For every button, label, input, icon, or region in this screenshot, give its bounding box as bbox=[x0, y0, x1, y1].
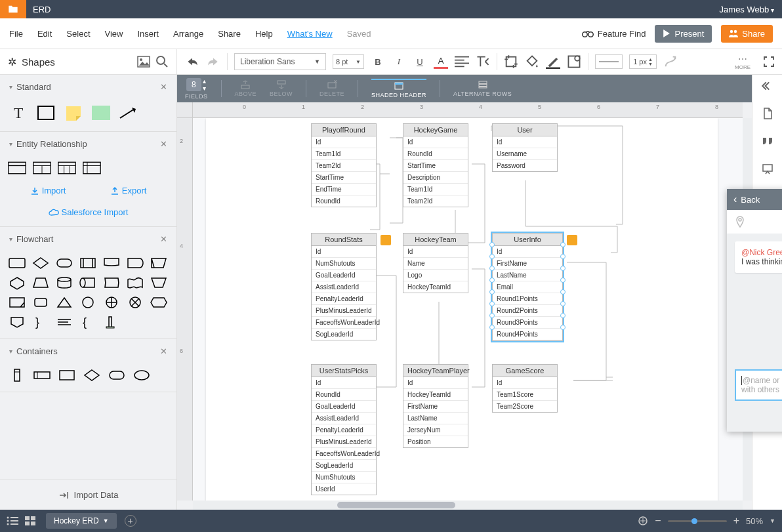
flowchart-shape[interactable] bbox=[31, 295, 50, 310]
crop-icon[interactable] bbox=[504, 54, 518, 69]
add-below-button[interactable]: BELOW bbox=[270, 80, 293, 97]
menu-select[interactable]: Select bbox=[66, 29, 90, 39]
flowchart-shape[interactable] bbox=[55, 315, 73, 329]
entity-userstatspicks[interactable]: UserStatsPicks Id RoundId GoalLeaderId A… bbox=[311, 364, 377, 495]
menu-whats-new[interactable]: What's New bbox=[287, 29, 333, 39]
shaded-header-button[interactable]: SHADED HEADER bbox=[371, 79, 426, 98]
zoom-out-button[interactable]: − bbox=[655, 515, 661, 527]
connector-icon[interactable] bbox=[663, 54, 678, 69]
arrow-shape[interactable] bbox=[118, 104, 139, 122]
page-icon[interactable] bbox=[762, 108, 773, 119]
zoom-fit-icon[interactable] bbox=[638, 516, 648, 526]
close-icon[interactable]: ✕ bbox=[160, 234, 167, 244]
entity-hockeyteam[interactable]: HockeyTeam Id Name Logo HockeyTeamId bbox=[403, 233, 468, 293]
presentation-icon[interactable] bbox=[762, 163, 773, 174]
er-shape-4[interactable] bbox=[83, 161, 101, 175]
line-width-select[interactable]: 1 px▲▼ bbox=[629, 54, 657, 69]
container-shape[interactable] bbox=[83, 368, 101, 382]
export-link[interactable]: Export bbox=[110, 186, 147, 195]
underline-button[interactable]: U bbox=[413, 54, 427, 69]
block-shape[interactable] bbox=[91, 104, 112, 122]
italic-button[interactable]: I bbox=[392, 54, 406, 69]
flowchart-shape[interactable] bbox=[8, 256, 26, 270]
container-shape[interactable] bbox=[133, 368, 151, 382]
add-above-button[interactable]: ABOVE bbox=[235, 80, 257, 97]
comment-marker[interactable] bbox=[381, 235, 391, 245]
flowchart-shape[interactable] bbox=[79, 276, 97, 290]
list-view-icon[interactable] bbox=[7, 516, 18, 525]
share-button[interactable]: Share bbox=[721, 25, 773, 43]
fill-icon[interactable] bbox=[525, 54, 539, 69]
er-shape-1[interactable] bbox=[8, 161, 26, 175]
flowchart-shape[interactable] bbox=[102, 295, 121, 310]
page-tab[interactable]: Hockey ERD▼ bbox=[46, 513, 117, 529]
import-link[interactable]: Import bbox=[30, 186, 66, 195]
align-icon[interactable] bbox=[455, 54, 469, 69]
more-button[interactable]: ⋯MORE bbox=[735, 54, 751, 70]
text-style-icon[interactable] bbox=[476, 54, 490, 69]
undo-icon[interactable] bbox=[185, 54, 199, 69]
rect-shape[interactable] bbox=[35, 104, 56, 122]
entity-roundstats[interactable]: RoundStats Id NumShutouts GoalLeaderId A… bbox=[311, 233, 377, 340]
menu-edit[interactable]: Edit bbox=[37, 29, 52, 39]
scrollbar-thumb[interactable] bbox=[337, 502, 455, 508]
text-color-button[interactable]: A bbox=[434, 54, 448, 69]
document-title[interactable]: ERD bbox=[33, 5, 720, 14]
flowchart-shape[interactable] bbox=[55, 295, 73, 310]
menu-help[interactable]: Help bbox=[255, 29, 273, 39]
flowchart-shape[interactable] bbox=[126, 256, 144, 270]
category-entity-relationship[interactable]: Entity Relationship✕ bbox=[0, 132, 176, 155]
fields-count[interactable]: 8 bbox=[186, 78, 201, 91]
flowchart-shape[interactable] bbox=[150, 256, 168, 270]
flowchart-shape[interactable]: } bbox=[31, 315, 50, 329]
flowchart-shape[interactable] bbox=[55, 276, 73, 290]
folder-icon[interactable] bbox=[0, 0, 26, 18]
category-containers[interactable]: Containers✕ bbox=[0, 339, 176, 363]
grid-view-icon[interactable] bbox=[25, 516, 35, 525]
close-icon[interactable]: ✕ bbox=[160, 82, 167, 92]
flowchart-shape[interactable] bbox=[102, 276, 121, 290]
font-size-select[interactable]: 8 pt▼ bbox=[333, 54, 364, 69]
menu-share[interactable]: Share bbox=[218, 29, 241, 39]
delete-button[interactable]: ✕DELETE bbox=[319, 80, 344, 97]
border-color-icon[interactable] bbox=[546, 54, 560, 69]
bold-button[interactable]: B bbox=[371, 54, 385, 69]
zoom-level[interactable]: 50% bbox=[746, 516, 763, 526]
flowchart-shape[interactable] bbox=[8, 276, 26, 290]
flowchart-shape[interactable]: { bbox=[79, 315, 97, 329]
salesforce-import-link[interactable]: Salesforce Import bbox=[8, 207, 169, 217]
entity-hockeygame[interactable]: HockeyGame Id RoundId StartTime Descript… bbox=[403, 123, 468, 207]
entity-user[interactable]: User Id Username Password bbox=[492, 123, 558, 172]
image-icon[interactable] bbox=[137, 56, 150, 68]
font-select[interactable]: Liberation Sans▼ bbox=[234, 53, 326, 70]
gear-icon[interactable]: ✲ bbox=[8, 56, 16, 68]
flowchart-shape[interactable] bbox=[8, 315, 26, 329]
flowchart-shape[interactable] bbox=[79, 295, 97, 310]
flowchart-shape[interactable] bbox=[55, 256, 73, 270]
search-icon[interactable] bbox=[155, 55, 169, 68]
line-style-select[interactable] bbox=[595, 54, 623, 69]
category-flowchart[interactable]: Flowchart✕ bbox=[0, 227, 176, 251]
user-menu[interactable]: James Webb bbox=[720, 5, 774, 14]
alternate-rows-button[interactable]: ALTERNATE ROWS bbox=[453, 80, 512, 97]
note-shape[interactable] bbox=[63, 104, 84, 122]
entity-playoffround[interactable]: PlayoffRound Id Team1Id Team2Id StartTim… bbox=[311, 123, 377, 207]
flowchart-shape[interactable] bbox=[31, 256, 50, 270]
text-shape[interactable]: T bbox=[8, 104, 29, 122]
category-standard[interactable]: Standard✕ bbox=[0, 75, 176, 98]
reply-input[interactable]: @name or @email to collaborate with othe… bbox=[735, 369, 782, 401]
shape-options-icon[interactable] bbox=[567, 54, 581, 69]
canvas[interactable]: PlayoffRound Id Team1Id Team2Id StartTim… bbox=[193, 118, 743, 501]
entity-gamescore[interactable]: GameScore Id Team1Score Team2Score bbox=[492, 364, 558, 413]
collapse-icon[interactable] bbox=[762, 80, 773, 92]
menu-insert[interactable]: Insert bbox=[137, 29, 159, 39]
entity-userinfo[interactable]: UserInfo Id FirstName LastName Email Rou… bbox=[492, 233, 563, 341]
import-data-button[interactable]: Import Data bbox=[0, 480, 176, 510]
er-shape-2[interactable] bbox=[33, 161, 51, 175]
present-button[interactable]: Present bbox=[655, 25, 712, 43]
menu-arrange[interactable]: Arrange bbox=[173, 29, 203, 39]
close-icon[interactable]: ✕ bbox=[160, 346, 167, 356]
zoom-in-button[interactable]: + bbox=[733, 515, 739, 527]
redo-icon[interactable] bbox=[206, 54, 220, 69]
zoom-slider[interactable] bbox=[668, 520, 727, 522]
